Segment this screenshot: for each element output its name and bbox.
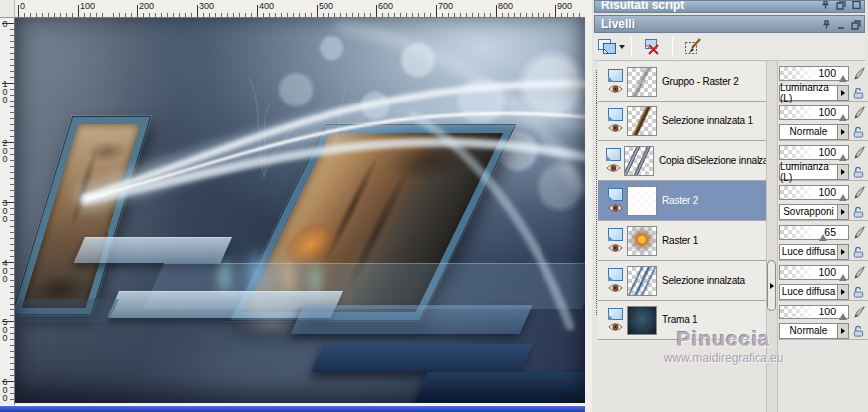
layer-thumbnail[interactable]	[627, 306, 657, 335]
pin-icon[interactable]	[822, 20, 831, 30]
visibility-eye-icon[interactable]	[608, 123, 623, 133]
toolbar-separator	[672, 37, 673, 57]
dropdown-arrow-button[interactable]	[837, 125, 848, 139]
opacity-slider[interactable]: 100	[779, 265, 849, 280]
blend-mode-select[interactable]: Normale	[779, 323, 849, 339]
canvas[interactable]	[15, 18, 585, 403]
dropdown-arrow-icon[interactable]	[619, 45, 625, 49]
layer-properties: 100 Luminanza (L)	[779, 141, 868, 181]
opacity-slider-thumb[interactable]	[839, 313, 847, 320]
layer-thumbnail[interactable]	[624, 146, 654, 176]
brush-icon[interactable]	[852, 305, 867, 319]
layer-row[interactable]: Raster 1	[598, 221, 766, 261]
layer-type-icon	[608, 268, 623, 281]
dropdown-arrow-button[interactable]	[837, 285, 848, 299]
layer-group-bracket	[596, 70, 597, 315]
opacity-slider-thumb[interactable]	[839, 194, 847, 201]
dropdown-arrow-button[interactable]	[837, 205, 848, 219]
opacity-slider[interactable]: 100	[779, 185, 849, 200]
blend-mode-value: Luce diffusa	[782, 286, 836, 297]
blend-mode-select[interactable]: Luce diffusa	[779, 244, 849, 260]
lock-icon[interactable]	[852, 245, 865, 259]
blend-mode-select[interactable]: Luminanza (L)	[779, 85, 849, 101]
visibility-eye-icon[interactable]	[606, 163, 621, 173]
brush-icon[interactable]	[852, 105, 867, 120]
opacity-slider[interactable]: 100	[779, 105, 849, 120]
lock-icon[interactable]	[852, 165, 865, 179]
layer-thumbnail[interactable]	[627, 67, 657, 97]
layer-thumbnail[interactable]	[627, 186, 657, 216]
brush-icon[interactable]	[852, 145, 867, 160]
opacity-value: 100	[818, 186, 836, 199]
layer-row[interactable]: Selezione innalzata	[598, 261, 766, 301]
vertical-ruler[interactable]: 0 100 200 300 400 500 600	[0, 18, 15, 405]
layer-row[interactable]: Copia diSelezione innalza	[598, 141, 766, 181]
ruler-label: 500	[1, 318, 9, 342]
brush-icon[interactable]	[852, 265, 867, 280]
lock-icon[interactable]	[852, 205, 865, 219]
opacity-slider-thumb[interactable]	[819, 234, 827, 241]
opacity-slider[interactable]: 100	[779, 305, 849, 319]
visibility-eye-icon[interactable]	[608, 203, 623, 213]
panel-splitter[interactable]	[766, 61, 778, 412]
new-layer-button[interactable]	[597, 35, 625, 58]
layer-thumbnail[interactable]	[627, 106, 657, 136]
opacity-slider-thumb[interactable]	[839, 274, 847, 281]
opacity-slider-thumb[interactable]	[839, 75, 847, 82]
horizontal-ruler[interactable]: 0 100 200 300 400 500 600 700 800 900	[15, 0, 585, 18]
blend-mode-select[interactable]: Luce diffusa	[779, 284, 849, 300]
layer-row-selected[interactable]: Raster 2	[598, 181, 766, 221]
restore-icon[interactable]	[836, 0, 846, 10]
opacity-slider-thumb[interactable]	[839, 154, 847, 161]
layer-name: Raster 1	[662, 235, 698, 246]
maximize-icon[interactable]	[852, 0, 861, 10]
dropdown-arrow-button[interactable]	[837, 86, 848, 100]
layer-row[interactable]: Trama 1	[598, 301, 766, 340]
ruler-label: 400	[259, 1, 274, 11]
opacity-slider[interactable]: 65	[779, 225, 849, 240]
ruler-label: 600	[1, 378, 9, 402]
opacity-value: 100	[818, 146, 836, 159]
dropdown-arrow-button[interactable]	[837, 245, 848, 259]
blend-mode-value: Sovrapponi	[783, 206, 834, 217]
opacity-slider[interactable]: 100	[779, 66, 849, 81]
canvas-vignette	[15, 18, 585, 403]
restore-icon[interactable]	[851, 20, 861, 30]
pin-icon[interactable]	[821, 0, 830, 10]
opacity-value: 100	[818, 266, 836, 279]
lock-icon[interactable]	[852, 285, 865, 299]
blend-mode-select[interactable]: Normale	[779, 124, 849, 140]
blend-mode-select[interactable]: Sovrapponi	[779, 204, 849, 220]
layer-row[interactable]: Gruppo - Raster 2	[598, 62, 766, 102]
lock-icon[interactable]	[852, 86, 865, 100]
edit-selection-button[interactable]	[679, 35, 707, 58]
visibility-eye-icon[interactable]	[608, 322, 623, 332]
lock-icon[interactable]	[852, 125, 865, 139]
brush-icon[interactable]	[852, 185, 867, 200]
layer-type-icon	[608, 308, 623, 320]
opacity-value: 100	[818, 106, 836, 119]
visibility-eye-icon[interactable]	[608, 84, 623, 94]
splitter-handle[interactable]	[767, 260, 776, 311]
layer-thumbnail[interactable]	[627, 226, 657, 256]
opacity-slider[interactable]: 100	[779, 145, 849, 160]
dropdown-arrow-button[interactable]	[837, 165, 848, 179]
minimize-icon[interactable]	[837, 20, 845, 30]
layer-type-icon	[608, 228, 623, 241]
opacity-slider-thumb[interactable]	[839, 114, 847, 121]
ruler-label: 300	[1, 199, 9, 223]
layer-properties: 100 Normale	[779, 301, 868, 340]
visibility-eye-icon[interactable]	[608, 243, 623, 253]
dropdown-arrow-button[interactable]	[837, 324, 848, 338]
brush-icon[interactable]	[852, 225, 867, 240]
delete-layer-button[interactable]	[638, 35, 666, 58]
brush-icon[interactable]	[852, 66, 867, 81]
layer-thumbnail[interactable]	[627, 266, 657, 296]
layer-row[interactable]: Selezione innalzata 1	[598, 102, 766, 141]
layer-name: Selezione innalzata 1	[662, 115, 753, 126]
visibility-eye-icon[interactable]	[608, 283, 623, 293]
lock-icon[interactable]	[852, 324, 865, 338]
delete-layer-icon	[643, 38, 662, 56]
layer-properties: 65 Luce diffusa	[779, 221, 868, 261]
blend-mode-select[interactable]: Luminanza (L)	[779, 164, 849, 180]
